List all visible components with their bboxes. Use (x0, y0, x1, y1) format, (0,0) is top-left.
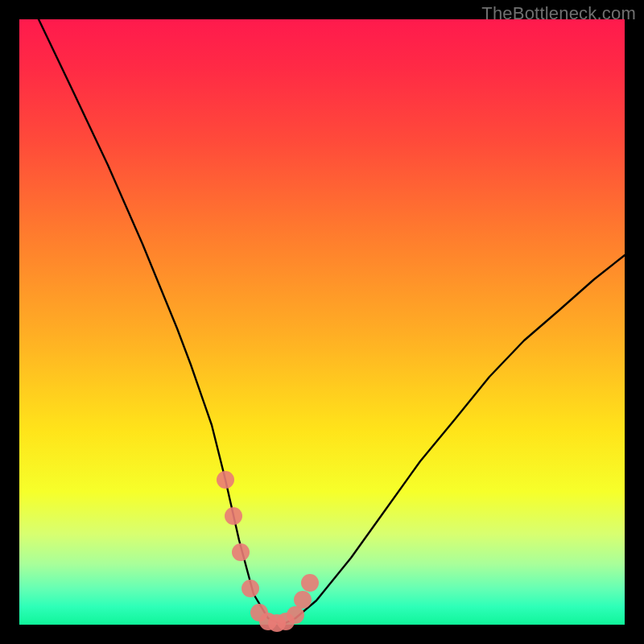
marker-group (217, 471, 319, 632)
plot-area (19, 19, 625, 625)
curve-marker (232, 543, 250, 561)
curve-marker (294, 591, 312, 609)
outer-frame: TheBottleneck.com (0, 0, 644, 644)
curve-marker (217, 471, 234, 489)
curve-marker (287, 606, 304, 624)
curve-marker (225, 507, 242, 525)
curve-marker (242, 580, 259, 597)
chart-svg (19, 19, 625, 625)
bottleneck-curve (39, 19, 625, 625)
curve-marker (301, 574, 319, 592)
